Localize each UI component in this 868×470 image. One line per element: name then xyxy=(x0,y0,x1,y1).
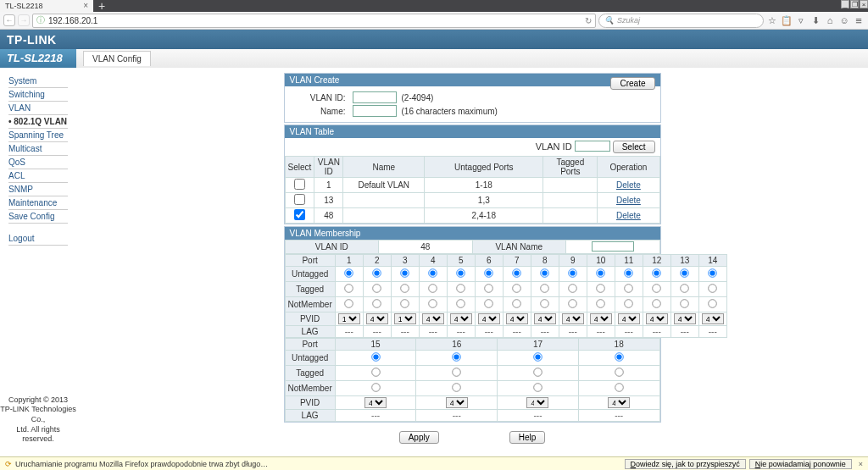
face-icon[interactable]: ☺ xyxy=(838,14,850,26)
radio-u-port-7[interactable] xyxy=(513,268,521,277)
pvid-select-port-17[interactable]: 48 xyxy=(526,397,548,408)
tab-vlan-config[interactable]: VLAN Config xyxy=(83,51,151,66)
row-select-checkbox[interactable] xyxy=(294,209,305,220)
sidebar-item-vlan[interactable]: VLAN xyxy=(8,102,68,115)
radio-u-port-9[interactable] xyxy=(569,268,577,277)
radio-u-port-12[interactable] xyxy=(653,268,661,277)
row-select-checkbox[interactable] xyxy=(294,194,305,205)
sidebar-item-802-1q-vlan[interactable]: 802.1Q VLAN xyxy=(8,115,68,129)
pvid-select-port-9[interactable]: 48 xyxy=(562,313,584,324)
statusbar-learn-button[interactable]: Dowiedz się, jak to przyspieszyć xyxy=(625,459,746,469)
radio-t-port-9[interactable] xyxy=(569,284,577,292)
window-minimize-icon[interactable]: _ xyxy=(841,0,849,8)
radio-n-port-8[interactable] xyxy=(541,299,549,307)
apply-button[interactable]: Apply xyxy=(399,431,439,444)
sidebar-item-switching[interactable]: Switching xyxy=(8,88,68,102)
home-icon[interactable]: ⌂ xyxy=(824,14,836,26)
sidebar-item-spanning-tree[interactable]: Spanning Tree xyxy=(8,129,68,142)
radio-u-port-18[interactable] xyxy=(615,352,623,361)
help-button[interactable]: Help xyxy=(509,431,546,444)
radio-t-port-1[interactable] xyxy=(345,284,353,292)
radio-t-port-11[interactable] xyxy=(625,284,633,292)
radio-t-port-7[interactable] xyxy=(513,284,521,292)
radio-t-port-4[interactable] xyxy=(429,284,437,292)
radio-n-port-2[interactable] xyxy=(373,299,381,307)
pvid-select-port-18[interactable]: 48 xyxy=(608,397,630,408)
radio-t-port-3[interactable] xyxy=(401,284,409,292)
radio-u-port-3[interactable] xyxy=(401,268,409,277)
pvid-select-port-3[interactable]: 13 xyxy=(394,313,416,324)
radio-u-port-5[interactable] xyxy=(457,268,465,277)
sidebar-item-maintenance[interactable]: Maintenance xyxy=(8,196,68,210)
input-search-vlan-id[interactable] xyxy=(575,141,610,152)
radio-n-port-6[interactable] xyxy=(485,299,493,307)
delete-link[interactable]: Delete xyxy=(616,180,641,190)
sidebar-item-system[interactable]: System xyxy=(8,75,68,88)
radio-t-port-6[interactable] xyxy=(485,284,493,292)
radio-u-port-13[interactable] xyxy=(681,268,689,277)
radio-n-port-14[interactable] xyxy=(709,299,717,307)
bookmark-star-icon[interactable]: ☆ xyxy=(766,14,778,26)
radio-t-port-16[interactable] xyxy=(453,368,461,376)
pvid-select-port-13[interactable]: 48 xyxy=(674,313,696,324)
radio-t-port-17[interactable] xyxy=(533,368,542,376)
radio-t-port-15[interactable] xyxy=(371,368,380,376)
radio-t-port-14[interactable] xyxy=(709,284,717,292)
input-vlan-id[interactable] xyxy=(353,91,397,103)
delete-link[interactable]: Delete xyxy=(616,196,641,205)
downloads-icon[interactable]: ⬇ xyxy=(810,14,821,26)
sidebar-item-acl[interactable]: ACL xyxy=(8,169,68,183)
select-button[interactable]: Select xyxy=(613,141,655,153)
reload-icon[interactable]: ↻ xyxy=(585,16,592,25)
radio-t-port-12[interactable] xyxy=(653,284,661,292)
radio-n-port-3[interactable] xyxy=(401,299,409,307)
radio-n-port-11[interactable] xyxy=(625,299,633,307)
radio-t-port-13[interactable] xyxy=(681,284,689,292)
radio-t-port-18[interactable] xyxy=(615,368,623,376)
radio-n-port-17[interactable] xyxy=(533,383,542,391)
input-mem-vlan-name[interactable] xyxy=(566,241,660,254)
sidebar-item-snmp[interactable]: SNMP xyxy=(8,183,68,196)
site-info-icon[interactable]: ⓘ xyxy=(36,14,45,26)
radio-u-port-10[interactable] xyxy=(597,268,605,277)
radio-u-port-4[interactable] xyxy=(429,268,437,277)
radio-n-port-7[interactable] xyxy=(513,299,521,307)
radio-n-port-1[interactable] xyxy=(345,299,353,307)
sidebar-item-logout[interactable]: Logout xyxy=(8,232,68,246)
radio-n-port-16[interactable] xyxy=(453,383,461,391)
radio-u-port-17[interactable] xyxy=(533,352,542,361)
radio-t-port-5[interactable] xyxy=(457,284,465,292)
row-select-checkbox[interactable] xyxy=(294,179,305,190)
pvid-select-port-8[interactable]: 48 xyxy=(534,313,556,324)
radio-t-port-10[interactable] xyxy=(597,284,605,292)
clipboard-icon[interactable]: 📋 xyxy=(781,14,793,26)
browser-tab[interactable]: TL-SL2218 × xyxy=(0,0,93,12)
pvid-select-port-11[interactable]: 48 xyxy=(618,313,640,324)
sidebar-item-save-config[interactable]: Save Config xyxy=(8,210,68,224)
pvid-select-port-14[interactable]: 48 xyxy=(702,313,724,324)
radio-n-port-4[interactable] xyxy=(429,299,437,307)
radio-n-port-10[interactable] xyxy=(597,299,605,307)
pocket-icon[interactable]: ▿ xyxy=(795,14,807,26)
radio-t-port-2[interactable] xyxy=(373,284,381,292)
radio-n-port-15[interactable] xyxy=(371,383,380,391)
statusbar-dismiss-button[interactable]: Nie powiadamiaj ponownie xyxy=(749,459,852,469)
window-close-icon[interactable]: × xyxy=(860,0,868,8)
radio-n-port-13[interactable] xyxy=(681,299,689,307)
pvid-select-port-1[interactable]: 13 xyxy=(338,313,360,324)
pvid-select-port-7[interactable]: 48 xyxy=(506,313,528,324)
delete-link[interactable]: Delete xyxy=(616,211,641,220)
sidebar-item-qos[interactable]: QoS xyxy=(8,156,68,169)
input-vlan-name[interactable] xyxy=(353,105,397,117)
radio-u-port-1[interactable] xyxy=(345,268,353,277)
window-maximize-icon[interactable]: ❐ xyxy=(850,0,859,8)
pvid-select-port-2[interactable]: 48 xyxy=(366,313,388,324)
radio-n-port-5[interactable] xyxy=(457,299,465,307)
hamburger-menu-icon[interactable]: ≡ xyxy=(853,14,865,26)
pvid-select-port-4[interactable]: 48 xyxy=(422,313,444,324)
url-bar[interactable]: ⓘ 192.168.20.1 ↻ xyxy=(32,14,596,28)
radio-u-port-2[interactable] xyxy=(373,268,381,277)
radio-u-port-8[interactable] xyxy=(541,268,549,277)
pvid-select-port-15[interactable]: 48 xyxy=(364,397,387,408)
pvid-select-port-12[interactable]: 48 xyxy=(646,313,668,324)
